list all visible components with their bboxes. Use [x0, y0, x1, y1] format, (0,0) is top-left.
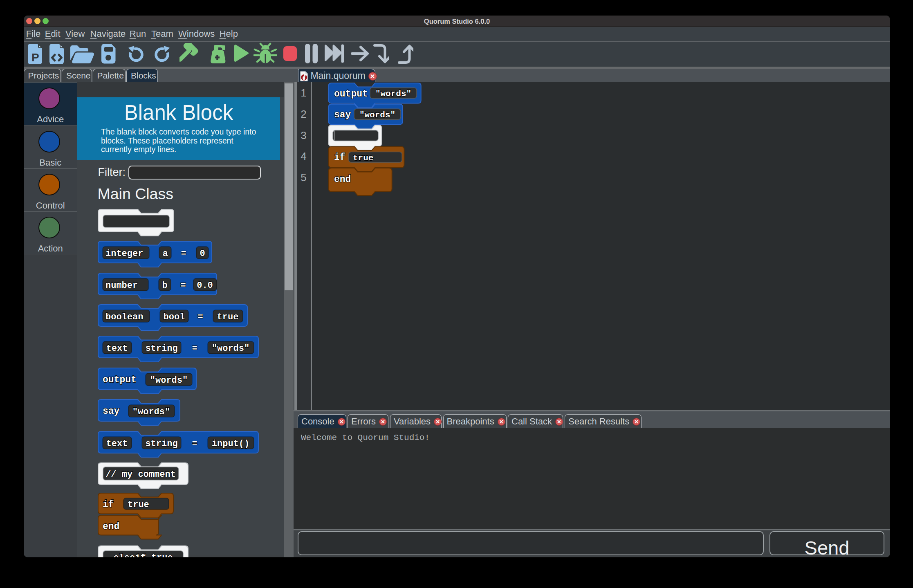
- svg-text:if: if: [334, 152, 345, 163]
- svg-text:=: =: [197, 312, 203, 322]
- svg-text:0.0: 0.0: [197, 281, 213, 291]
- svg-text:a: a: [162, 249, 168, 259]
- svg-text:0: 0: [200, 249, 205, 259]
- svg-text:true: true: [217, 312, 239, 322]
- svg-text:"words": "words": [375, 89, 411, 99]
- svg-text:"words": "words": [150, 375, 188, 386]
- svg-text:output: output: [334, 89, 368, 99]
- svg-text:boolean: boolean: [105, 312, 143, 322]
- svg-text:=: =: [192, 343, 197, 354]
- svg-text:output: output: [103, 375, 137, 385]
- svg-text:=: =: [181, 249, 186, 259]
- svg-text:integer: integer: [105, 249, 143, 259]
- svg-text:=: =: [180, 281, 186, 291]
- svg-text:"words": "words": [132, 407, 170, 417]
- svg-text:string: string: [145, 343, 177, 354]
- svg-text:"words": "words": [212, 343, 249, 354]
- svg-text:// my comment: // my comment: [105, 469, 176, 480]
- svg-text:text: text: [106, 439, 128, 449]
- svg-text:"words": "words": [359, 110, 395, 120]
- svg-text:=: =: [192, 439, 197, 449]
- svg-text:string: string: [145, 439, 177, 449]
- svg-text:end: end: [103, 521, 119, 532]
- svg-text:P: P: [31, 51, 39, 64]
- svg-text:b: b: [162, 281, 167, 291]
- svg-text:text: text: [106, 343, 128, 354]
- svg-text:if: if: [103, 499, 114, 510]
- svg-text:true: true: [353, 153, 373, 163]
- svg-text:true: true: [128, 500, 149, 510]
- svg-text:number: number: [105, 281, 138, 291]
- svg-text:say: say: [103, 406, 120, 417]
- svg-text:input(): input(): [212, 439, 249, 449]
- svg-text:elseif true: elseif true: [113, 553, 173, 557]
- svg-text:end: end: [334, 174, 351, 185]
- svg-text:bool: bool: [164, 312, 185, 322]
- svg-text:say: say: [334, 110, 351, 120]
